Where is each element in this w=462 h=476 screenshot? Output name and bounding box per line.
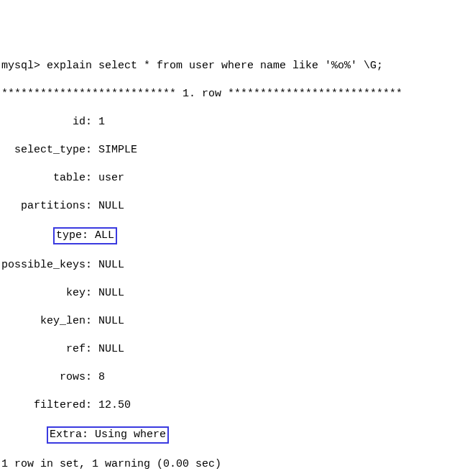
field-value: NULL xyxy=(98,259,124,271)
field-value: NULL xyxy=(98,287,124,299)
field-value: ALL xyxy=(95,229,114,242)
field-id-1: id: 1 xyxy=(1,115,461,129)
field-extra-1: Extra: Using where xyxy=(1,426,461,444)
field-value: 8 xyxy=(98,371,105,383)
mysql-prompt: mysql> xyxy=(1,60,47,72)
field-value: NULL xyxy=(98,315,124,327)
field-ref-1: ref: NULL xyxy=(1,342,461,357)
field-label: possible_keys xyxy=(1,258,86,273)
field-possible-keys-1: possible_keys: NULL xyxy=(1,258,461,273)
field-key-len-1: key_len: NULL xyxy=(1,314,461,329)
field-label: key_len xyxy=(1,314,86,329)
field-label: filtered xyxy=(1,398,86,413)
field-key-1: key: NULL xyxy=(1,286,461,301)
field-value: NULL xyxy=(98,200,124,212)
field-label: type xyxy=(56,229,82,242)
field-label: id xyxy=(1,115,86,129)
highlight-extra-using-where: Extra: Using where xyxy=(47,426,169,444)
field-label: ref xyxy=(1,342,86,357)
command-line-1: mysql> explain select * from user where … xyxy=(1,59,461,73)
field-table-1: table: user xyxy=(1,171,461,186)
field-label: rows xyxy=(1,370,86,385)
field-select-type-1: select_type: SIMPLE xyxy=(1,143,461,157)
field-partitions-1: partitions: NULL xyxy=(1,199,461,214)
result-footer-1: 1 row in set, 1 warning (0.00 sec) xyxy=(1,457,461,472)
field-label: partitions xyxy=(1,199,86,214)
field-value: user xyxy=(98,172,124,184)
field-label: select_type xyxy=(1,143,86,157)
field-label: Extra xyxy=(50,429,82,441)
highlight-type-all: type: ALL xyxy=(53,227,117,244)
field-value: 12.50 xyxy=(98,399,131,411)
field-label: table xyxy=(1,171,86,186)
field-value: SIMPLE xyxy=(98,144,137,156)
field-rows-1: rows: 8 xyxy=(1,370,461,385)
field-filtered-1: filtered: 12.50 xyxy=(1,398,461,413)
sql-command-1: explain select * from user where name li… xyxy=(47,60,383,72)
field-value: NULL xyxy=(98,343,124,355)
field-label: key xyxy=(1,286,86,301)
field-type-1: type: ALL xyxy=(1,227,461,244)
field-value: Using where xyxy=(95,429,166,441)
row-header-1: *************************** 1. row *****… xyxy=(1,87,461,101)
field-value: 1 xyxy=(98,116,105,128)
